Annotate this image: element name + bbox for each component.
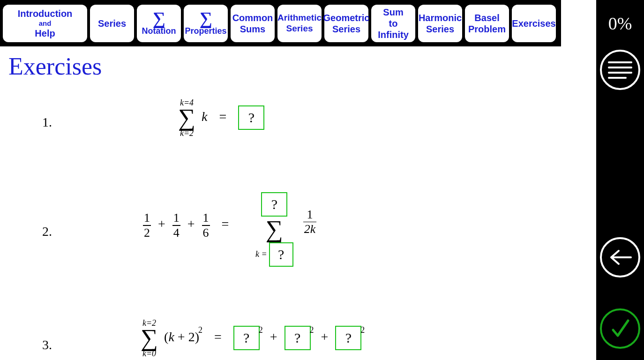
answer-input-lower[interactable]: ? [269, 242, 293, 267]
sigma-icon: ∑ [199, 9, 212, 27]
sigma-notation: k=2 ∑ k=0 [141, 319, 158, 358]
term-base: (k + 2) [164, 330, 199, 344]
box-exponent: 2 [259, 325, 263, 335]
menu-button[interactable] [600, 50, 640, 90]
nav-geometric-series[interactable]: Geometric Series [324, 5, 368, 42]
check-icon [608, 317, 632, 340]
nav-common-l2: Sums [240, 23, 265, 35]
answer-input-1[interactable]: ? [238, 105, 264, 130]
fraction-numerator: 1 [306, 208, 314, 222]
nav-basel-problem[interactable]: Basel Problem [465, 5, 509, 42]
box-exponent: 2 [310, 325, 314, 335]
nav-exercises-label: Exercises [512, 18, 555, 29]
term-fraction: 12k [303, 208, 317, 237]
nav-geo-l1: Geometric [323, 12, 370, 23]
nav-basel-l2: Problem [468, 23, 506, 35]
exercise-2: 2. 12 + 14 + 16 = ? ∑ k = ? [0, 192, 596, 286]
sigma-icon: ∑ [152, 9, 165, 27]
answer-input-upper[interactable]: ? [261, 192, 287, 217]
term-exponent: 2 [198, 325, 202, 335]
nav-intro-line1: Introduction [18, 8, 73, 19]
nav-series-label: Series [98, 18, 126, 29]
fraction-numerator: 1 [172, 211, 180, 225]
exercise-number: 3. [42, 338, 52, 352]
exercise-1: 1. k=4 ∑ k=2 k = ? [0, 98, 596, 159]
exercise-3: 3. k=2 ∑ k=0 (k + 2)2 = ?2 + ?2 + ?2 [0, 319, 596, 360]
nav-suminf-l1: Sum [383, 7, 403, 18]
fraction-denominator: 6 [202, 226, 210, 240]
nav-harmonic-series[interactable]: Harmonic Series [418, 5, 462, 42]
nav-sigma-properties-label: Properties [185, 26, 226, 37]
nav-harm-l2: Series [426, 23, 454, 35]
fraction-3: 16 [202, 211, 210, 240]
fraction-denominator: 2k [303, 222, 317, 236]
nav-intro-line3: Help [35, 28, 55, 39]
nav-basel-l1: Basel [474, 12, 499, 23]
plus-sign: + [158, 217, 165, 231]
exercises-content: 1. k=4 ∑ k=2 k = ? 2. 12 + 14 + 16 [0, 98, 596, 360]
plus-sign: + [270, 330, 277, 344]
answer-input-3c[interactable]: ? [335, 326, 361, 350]
nav-sum-to-infinity[interactable]: Sum to Infinity [371, 5, 415, 42]
menu-icon [608, 61, 632, 79]
sigma-notation: ? ∑ k = ? [255, 192, 293, 267]
fraction-numerator: 1 [202, 211, 210, 225]
answer-input-3a[interactable]: ? [233, 326, 260, 350]
arrow-left-icon [608, 248, 632, 267]
back-button[interactable] [600, 237, 640, 278]
nav-sigma-properties[interactable]: ∑ Properties [184, 5, 228, 42]
nav-intro-line2: and [39, 19, 52, 28]
fraction-numerator: 1 [143, 211, 151, 225]
exercise-number: 2. [42, 224, 52, 239]
progress-indicator: 0% [596, 0, 644, 46]
equals-sign: = [222, 217, 229, 231]
sigma-icon: ∑ [178, 107, 195, 129]
plus-sign: + [321, 330, 329, 344]
plus-sign: + [187, 217, 195, 231]
nav-sigma-notation-label: Notation [142, 26, 176, 37]
nav-suminf-l2: to [389, 18, 398, 29]
nav-common-l1: Common [232, 12, 273, 23]
nav-arith-l2: Series [286, 23, 313, 34]
fraction-denominator: 4 [172, 226, 180, 240]
fraction-2: 14 [172, 211, 180, 240]
nav-series[interactable]: Series [90, 5, 134, 42]
sigma-icon: ∑ [141, 327, 158, 349]
right-sidebar: 0% [596, 0, 644, 360]
sigma-icon: ∑ [266, 218, 283, 240]
answer-input-3b[interactable]: ? [285, 326, 311, 350]
equals-sign: = [214, 330, 222, 344]
sigma-notation: k=4 ∑ k=2 [178, 98, 195, 137]
fraction-denominator: 2 [143, 226, 151, 240]
nav-arith-l1: Arithmetic [277, 13, 322, 23]
nav-suminf-l3: Infinity [378, 29, 409, 40]
fraction-1: 12 [143, 211, 151, 240]
page-title: Exercises [8, 52, 102, 80]
lower-limit: k=2 [180, 129, 194, 137]
nav-common-sums[interactable]: Common Sums [231, 5, 275, 42]
equals-sign: = [219, 109, 227, 124]
exercise-number: 1. [42, 115, 52, 130]
nav-arithmetic-series[interactable]: Arithmetic Series [277, 5, 322, 42]
top-nav: Introduction and Help Series ∑ Notation … [0, 0, 561, 46]
nav-exercises[interactable]: Exercises [512, 5, 556, 42]
submit-button[interactable] [600, 308, 640, 349]
nav-harm-l1: Harmonic [419, 12, 462, 23]
summation-term: k [202, 109, 207, 124]
nav-sigma-notation[interactable]: ∑ Notation [137, 5, 181, 42]
lower-limit-prefix: k = [255, 249, 267, 259]
lower-limit: k=0 [142, 349, 156, 358]
nav-geo-l2: Series [332, 23, 360, 35]
box-exponent: 2 [360, 325, 365, 335]
nav-introduction[interactable]: Introduction and Help [3, 5, 87, 42]
